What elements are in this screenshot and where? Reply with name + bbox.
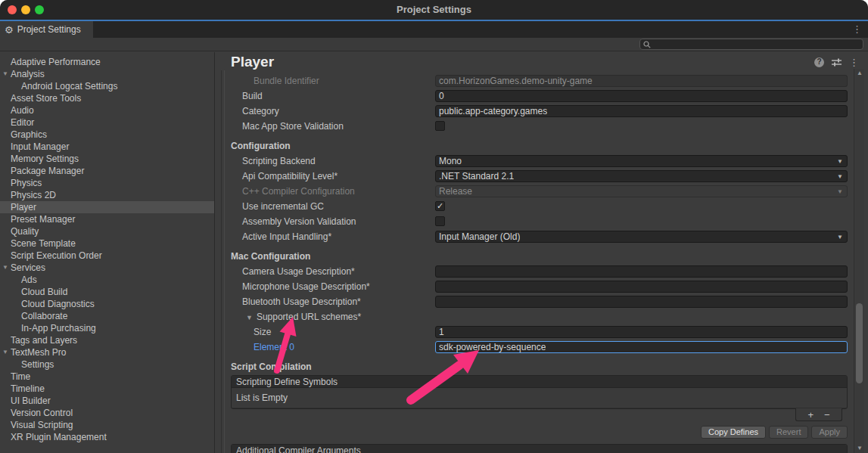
search-box[interactable]: [639, 39, 863, 50]
scroll-down-icon[interactable]: ▼: [854, 444, 865, 453]
sidebar-item-timeline[interactable]: Timeline: [0, 383, 214, 395]
foldout[interactable]: ▼Supported URL schemes*: [216, 309, 361, 325]
sidebar-item-xr-plugin-management[interactable]: XR Plugin Management: [0, 431, 214, 443]
revert-button[interactable]: Revert: [769, 426, 808, 439]
sidebar-item-cloud-build[interactable]: Cloud Build: [0, 286, 214, 298]
vertical-scrollbar[interactable]: ▲ ▼: [854, 69, 864, 453]
page-title: Player: [216, 54, 814, 70]
settings-category-list: Adaptive Performance▼AnalysisAndroid Log…: [0, 52, 215, 453]
checkbox[interactable]: [435, 201, 445, 211]
sidebar-item-asset-store-tools[interactable]: Asset Store Tools: [0, 92, 214, 104]
sidebar-item-visual-scripting[interactable]: Visual Scripting: [0, 419, 214, 431]
expander-icon[interactable]: ▼: [2, 262, 8, 274]
scroll-up-icon[interactable]: ▲: [854, 69, 865, 78]
field-label: Use incremental GC: [216, 199, 324, 214]
sidebar-item-label: Audio: [11, 104, 34, 116]
property-row: Bluetooth Usage Description*: [216, 294, 848, 309]
property-row: Size1: [216, 324, 848, 340]
expander-icon[interactable]: ▼: [2, 68, 8, 80]
sidebar-item-label: Tags and Layers: [11, 334, 77, 346]
field-value: public.app-category.games: [439, 107, 547, 116]
field-label: Api Compatibility Level*: [216, 169, 338, 184]
sidebar-item-analysis[interactable]: ▼Analysis: [0, 68, 214, 80]
section-header: Mac Configuration: [216, 244, 848, 264]
sidebar-item-adaptive-performance[interactable]: Adaptive Performance: [0, 56, 214, 68]
sidebar-item-label: Preset Manager: [11, 213, 75, 225]
sidebar-item-in-app-purchasing[interactable]: In-App Purchasing: [0, 322, 214, 334]
sidebar-item-memory-settings[interactable]: Memory Settings: [0, 153, 214, 165]
sidebar-item-textmesh-pro[interactable]: ▼TextMesh Pro: [0, 346, 214, 358]
field-label: Active Input Handling*: [216, 229, 331, 244]
titlebar: Project Settings: [0, 0, 868, 20]
sidebar-item-scene-template[interactable]: Scene Template: [0, 237, 214, 250]
text-field[interactable]: [435, 296, 848, 308]
dropdown[interactable]: Mono▼: [435, 155, 848, 167]
sidebar-item-graphics[interactable]: Graphics: [0, 129, 214, 141]
sidebar-item-package-manager[interactable]: Package Manager: [0, 165, 214, 177]
sidebar-item-ads[interactable]: Ads: [0, 274, 214, 286]
list-header[interactable]: Scripting Define Symbols: [232, 376, 847, 388]
sidebar-item-label: Collaborate: [21, 310, 67, 322]
field-value: 1: [439, 327, 444, 337]
apply-button[interactable]: Apply: [811, 426, 848, 439]
sidebar-item-label: Package Manager: [11, 165, 84, 177]
sidebar-item-services[interactable]: ▼Services: [0, 262, 214, 274]
property-row: Assembly Version Validation: [216, 214, 848, 229]
sidebar-item-version-control[interactable]: Version Control: [0, 407, 214, 419]
tab-label: Project Settings: [17, 24, 81, 35]
text-field[interactable]: 0: [435, 90, 848, 102]
search-input[interactable]: [653, 40, 860, 49]
checkbox[interactable]: [435, 216, 445, 226]
sidebar-item-cloud-diagnostics[interactable]: Cloud Diagnostics: [0, 298, 214, 310]
dropdown[interactable]: .NET Standard 2.1▼: [435, 170, 848, 182]
sidebar-item-label: Services: [11, 262, 45, 274]
text-field[interactable]: 1: [435, 326, 848, 338]
help-icon[interactable]: ?: [814, 57, 824, 67]
sidebar-item-preset-manager[interactable]: Preset Manager: [0, 213, 214, 225]
text-field[interactable]: sdk-powered-by-sequence: [435, 341, 848, 353]
preset-icon[interactable]: [831, 57, 842, 67]
dropdown[interactable]: Release▼: [435, 185, 848, 197]
sidebar-item-audio[interactable]: Audio: [0, 104, 214, 116]
sidebar-item-quality[interactable]: Quality: [0, 225, 214, 237]
sidebar-item-label: Scene Template: [11, 237, 76, 250]
sidebar-item-settings[interactable]: Settings: [0, 358, 214, 371]
tab-bar: ⚙ Project Settings ⋮: [0, 21, 868, 38]
sidebar-item-input-manager[interactable]: Input Manager: [0, 141, 214, 153]
sidebar-item-label: Script Execution Order: [11, 250, 102, 262]
scrollbar-thumb[interactable]: [856, 303, 863, 383]
tab-menu-icon[interactable]: ⋮: [852, 23, 862, 35]
text-field[interactable]: com.HorizonGames.demo-unity-game: [435, 75, 848, 87]
text-field[interactable]: public.app-category.games: [435, 105, 848, 117]
section-header: Configuration: [216, 134, 848, 154]
sidebar-item-tags-and-layers[interactable]: Tags and Layers: [0, 334, 214, 346]
dropdown[interactable]: Input Manager (Old)▼: [435, 231, 848, 243]
copy-defines-button[interactable]: Copy Defines: [701, 426, 766, 439]
sidebar-item-script-execution-order[interactable]: Script Execution Order: [0, 250, 214, 262]
add-element-button[interactable]: +: [807, 410, 814, 420]
text-field[interactable]: [435, 265, 848, 278]
section-title: Configuration: [231, 141, 291, 151]
sidebar-item-android-logcat-settings[interactable]: Android Logcat Settings: [0, 80, 214, 92]
sidebar-item-physics-2d[interactable]: Physics 2D: [0, 189, 214, 201]
foldout-arrow-icon[interactable]: ▼: [246, 314, 253, 321]
expander-icon[interactable]: ▼: [2, 346, 8, 358]
sidebar-item-collaborate[interactable]: Collaborate: [0, 310, 214, 322]
field-value: com.HorizonGames.demo-unity-game: [439, 76, 593, 86]
sidebar-item-physics[interactable]: Physics: [0, 177, 214, 189]
sidebar-item-time[interactable]: Time: [0, 371, 214, 383]
checkbox[interactable]: [435, 121, 445, 131]
additional-compiler-arguments-list: Additional Compiler Arguments: [231, 444, 848, 453]
text-field[interactable]: [435, 281, 848, 293]
property-row: Element 0sdk-powered-by-sequence: [216, 340, 848, 355]
field-label: Scripting Backend: [216, 154, 316, 169]
tab-project-settings[interactable]: ⚙ Project Settings: [0, 21, 93, 38]
remove-element-button[interactable]: −: [824, 410, 830, 420]
sidebar-item-editor[interactable]: Editor: [0, 116, 214, 129]
field-label: C++ Compiler Configuration: [216, 184, 355, 199]
field-label: Camera Usage Description*: [216, 264, 355, 279]
kebab-menu-icon[interactable]: ⋮: [849, 57, 859, 67]
sidebar-item-ui-builder[interactable]: UI Builder: [0, 395, 214, 407]
sidebar-item-player[interactable]: Player: [0, 201, 214, 213]
field-label: Bluetooth Usage Description*: [216, 294, 361, 309]
